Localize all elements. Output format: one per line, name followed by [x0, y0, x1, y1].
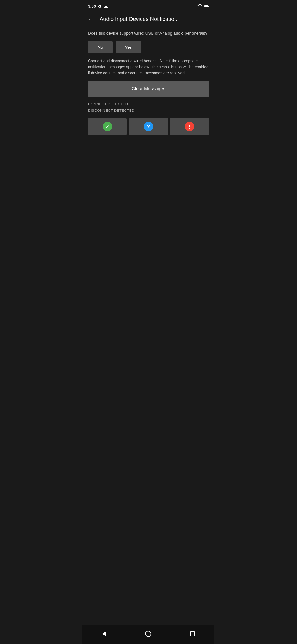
fail-icon	[185, 122, 194, 131]
nav-recent-icon	[190, 631, 195, 636]
info-button[interactable]	[129, 118, 168, 135]
back-button[interactable]: ←	[87, 14, 95, 24]
connect-detected-text: CONNECT DETECTED	[88, 101, 209, 107]
pass-icon	[103, 122, 112, 131]
nav-back-button[interactable]	[97, 629, 112, 638]
info-icon	[144, 122, 153, 131]
svg-rect-2	[204, 5, 208, 7]
status-bar-left: 3:06 G ☁	[88, 4, 108, 9]
nav-home-icon	[145, 631, 151, 637]
status-time: 3:06	[88, 4, 96, 9]
nav-recent-button[interactable]	[185, 630, 200, 638]
no-button[interactable]: No	[88, 41, 113, 53]
clear-messages-button[interactable]: Clear Messages	[88, 81, 209, 97]
page-title: Audio Input Devices Notificatio...	[100, 16, 179, 22]
status-bar-right	[197, 4, 209, 8]
detection-messages: CONNECT DETECTED DISCONNECT DETECTED	[88, 101, 209, 114]
battery-icon	[204, 4, 209, 8]
instruction-text: Connect and disconnect a wired headset. …	[88, 58, 209, 76]
status-bar: 3:06 G ☁	[82, 0, 215, 11]
svg-rect-1	[208, 6, 209, 7]
nav-bar	[82, 625, 215, 644]
disconnect-detected-text: DISCONNECT DETECTED	[88, 107, 209, 114]
main-content: Does this device support wired USB or An…	[82, 28, 215, 625]
page-header: ← Audio Input Devices Notificatio...	[82, 11, 215, 28]
yes-button[interactable]: Yes	[116, 41, 141, 53]
question-text: Does this device support wired USB or An…	[88, 30, 209, 37]
wifi-icon	[197, 4, 202, 8]
yes-no-button-row: No Yes	[88, 41, 209, 53]
pass-button[interactable]	[88, 118, 127, 135]
nav-back-icon	[102, 631, 106, 637]
action-buttons-row	[88, 118, 209, 135]
cloud-icon: ☁	[104, 4, 108, 9]
google-icon: G	[98, 4, 101, 9]
nav-home-button[interactable]	[140, 629, 157, 638]
fail-button[interactable]	[170, 118, 209, 135]
